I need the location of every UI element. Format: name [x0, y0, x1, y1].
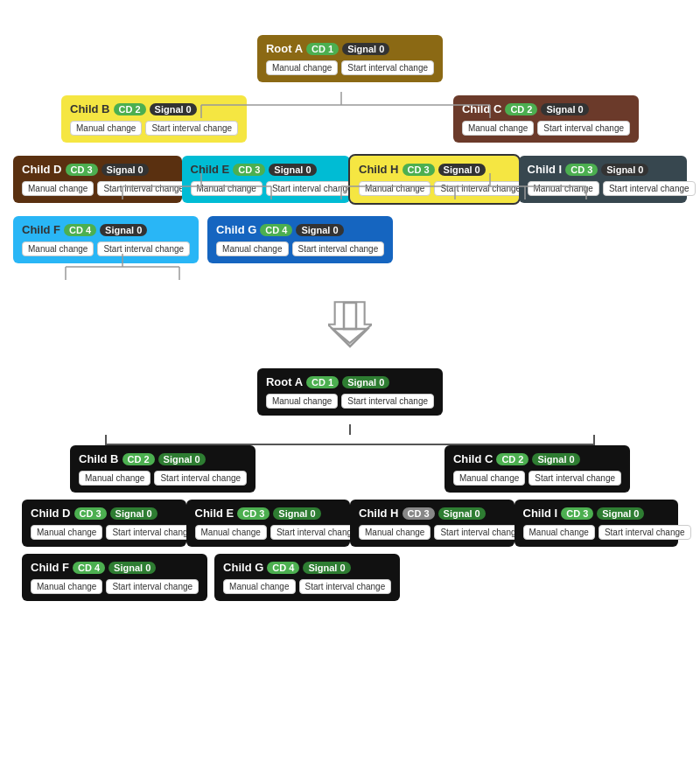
top-child-f-signal: Signal 0 [100, 224, 147, 236]
bottom-diagram: Root A CD 1 Signal 0 Manual change Start… [18, 368, 682, 601]
top-child-b-interval-btn[interactable]: Start interval change [145, 121, 238, 136]
bottom-child-c-interval-btn[interactable]: Start interval change [528, 471, 621, 486]
top-child-h-manual-btn[interactable]: Manual change [359, 181, 430, 196]
bottom-child-h-card: Child H CD 3 Signal 0 Manual change Star… [350, 500, 514, 547]
top-child-h-interval-btn[interactable]: Start interval change [434, 181, 527, 196]
bottom-child-i-name: Child I [523, 507, 558, 520]
top-child-d-signal: Signal 0 [102, 164, 149, 176]
top-child-h-cd: CD 3 [402, 164, 435, 176]
bottom-root-a-card: Root A CD 1 Signal 0 Manual change Start… [257, 368, 443, 416]
svg-marker-18 [328, 302, 372, 343]
top-child-d-card: Child D CD 3 Signal 0 Manual change Star… [13, 156, 182, 203]
top-child-h-card: Child H CD 3 Signal 0 Manual change Star… [350, 156, 519, 203]
top-child-i-name: Child I [528, 163, 563, 176]
top-root-a-name: Root A [266, 42, 303, 55]
bottom-child-h-cd: CD 3 [402, 507, 435, 520]
bottom-child-c-manual-btn[interactable]: Manual change [453, 471, 525, 486]
arrow-down-icon [328, 298, 372, 351]
top-child-e-manual-btn[interactable]: Manual change [191, 181, 262, 196]
top-child-c-cd: CD 2 [505, 103, 537, 115]
bottom-child-g-interval-btn[interactable]: Start interval change [299, 579, 392, 594]
bottom-child-e-signal: Signal 0 [273, 507, 320, 520]
bottom-child-h-name: Child H [359, 507, 399, 520]
bottom-root-a-signal: Signal 0 [342, 376, 389, 388]
bottom-child-c-cd: CD 2 [496, 453, 528, 465]
bottom-child-d-interval-btn[interactable]: Start interval change [106, 525, 199, 540]
top-child-i-cd: CD 3 [565, 164, 598, 176]
top-child-i-signal: Signal 0 [601, 164, 648, 176]
top-child-b-signal: Signal 0 [150, 103, 197, 115]
bottom-child-e-manual-btn[interactable]: Manual change [195, 525, 267, 540]
top-child-c-interval-btn[interactable]: Start interval change [537, 121, 630, 136]
bottom-child-i-cd: CD 3 [561, 507, 593, 520]
bottom-root-a-cd: CD 1 [306, 376, 339, 388]
bottom-child-g-signal: Signal 0 [303, 562, 350, 574]
top-diagram: Root A CD 1 Signal 0 Manual change Start… [9, 17, 691, 281]
bottom-child-b-interval-btn[interactable]: Start interval change [154, 471, 247, 486]
top-child-f-manual-btn[interactable]: Manual change [22, 241, 94, 256]
top-child-g-manual-btn[interactable]: Manual change [216, 241, 288, 256]
bottom-child-d-signal: Signal 0 [110, 507, 158, 520]
top-child-e-cd: CD 3 [233, 164, 265, 176]
bottom-child-b-cd: CD 2 [122, 453, 155, 465]
top-child-i-interval-btn[interactable]: Start interval change [603, 181, 696, 196]
top-child-b-manual-btn[interactable]: Manual change [70, 121, 142, 136]
bottom-child-i-card: Child I CD 3 Signal 0 Manual change Star… [514, 500, 679, 547]
top-child-f-cd: CD 4 [64, 224, 96, 236]
bottom-child-i-manual-btn[interactable]: Manual change [523, 525, 595, 540]
bottom-child-g-card: Child G CD 4 Signal 0 Manual change Star… [214, 554, 400, 601]
bottom-child-b-signal: Signal 0 [158, 453, 206, 465]
bottom-child-h-manual-btn[interactable]: Manual change [359, 525, 430, 540]
top-root-a-card: Root A CD 1 Signal 0 Manual change Start… [257, 35, 443, 82]
bottom-child-i-signal: Signal 0 [597, 507, 644, 520]
bottom-child-d-cd: CD 3 [74, 507, 107, 520]
bottom-child-h-interval-btn[interactable]: Start interval change [434, 525, 527, 540]
bottom-root-a-interval-btn[interactable]: Start interval change [341, 394, 434, 409]
bottom-child-c-card: Child C CD 2 Signal 0 Manual change Star… [444, 445, 630, 493]
bottom-child-e-interval-btn[interactable]: Start interval change [270, 525, 363, 540]
top-child-h-name: Child H [359, 163, 399, 176]
top-child-i-card: Child I CD 3 Signal 0 Manual change Star… [519, 156, 688, 203]
bottom-child-b-manual-btn[interactable]: Manual change [79, 471, 150, 486]
top-child-f-card: Child F CD 4 Signal 0 Manual change Star… [13, 216, 199, 263]
top-child-c-card: Child C CD 2 Signal 0 Manual change Star… [453, 95, 639, 143]
svg-rect-19 [344, 303, 356, 329]
bottom-child-d-card: Child D CD 3 Signal 0 Manual change Star… [22, 500, 186, 547]
top-child-d-manual-btn[interactable]: Manual change [22, 181, 94, 196]
bottom-child-f-cd: CD 4 [73, 562, 105, 574]
bottom-child-i-interval-btn[interactable]: Start interval change [598, 525, 691, 540]
top-child-b-cd: CD 2 [114, 103, 146, 115]
top-child-e-interval-btn[interactable]: Start interval change [266, 181, 359, 196]
bottom-child-f-signal: Signal 0 [108, 562, 156, 574]
bottom-child-g-manual-btn[interactable]: Manual change [223, 579, 295, 594]
bottom-child-g-name: Child G [223, 561, 263, 574]
bottom-child-e-name: Child E [195, 507, 234, 520]
top-child-f-interval-btn[interactable]: Start interval change [97, 241, 190, 256]
top-child-c-manual-btn[interactable]: Manual change [462, 121, 534, 136]
top-child-c-name: Child C [462, 102, 502, 115]
bottom-child-c-name: Child C [453, 452, 494, 465]
top-child-d-name: Child D [22, 163, 62, 176]
bottom-child-d-manual-btn[interactable]: Manual change [31, 525, 102, 540]
top-root-a-manual-btn[interactable]: Manual change [266, 60, 338, 75]
bottom-child-h-signal: Signal 0 [438, 507, 486, 520]
bottom-child-d-name: Child D [31, 507, 71, 520]
bottom-child-f-card: Child F CD 4 Signal 0 Manual change Star… [22, 554, 207, 601]
bottom-root-a-manual-btn[interactable]: Manual change [266, 394, 338, 409]
top-child-i-manual-btn[interactable]: Manual change [528, 181, 599, 196]
top-child-b-name: Child B [70, 102, 110, 115]
top-root-a-cd: CD 1 [306, 43, 339, 55]
top-child-g-card: Child G CD 4 Signal 0 Manual change Star… [207, 216, 393, 263]
top-child-e-name: Child E [191, 163, 230, 176]
top-child-c-signal: Signal 0 [541, 103, 588, 115]
top-root-a-interval-btn[interactable]: Start interval change [341, 60, 434, 75]
bottom-child-f-manual-btn[interactable]: Manual change [31, 579, 102, 594]
bottom-child-b-card: Child B CD 2 Signal 0 Manual change Star… [70, 445, 256, 493]
top-child-f-name: Child F [22, 223, 60, 236]
bottom-child-f-interval-btn[interactable]: Start interval change [106, 579, 199, 594]
top-child-d-interval-btn[interactable]: Start interval change [97, 181, 190, 196]
top-child-g-name: Child G [216, 223, 256, 236]
bottom-root-a-name: Root A [266, 375, 303, 388]
top-child-g-interval-btn[interactable]: Start interval change [292, 241, 385, 256]
top-child-g-signal: Signal 0 [296, 224, 343, 236]
